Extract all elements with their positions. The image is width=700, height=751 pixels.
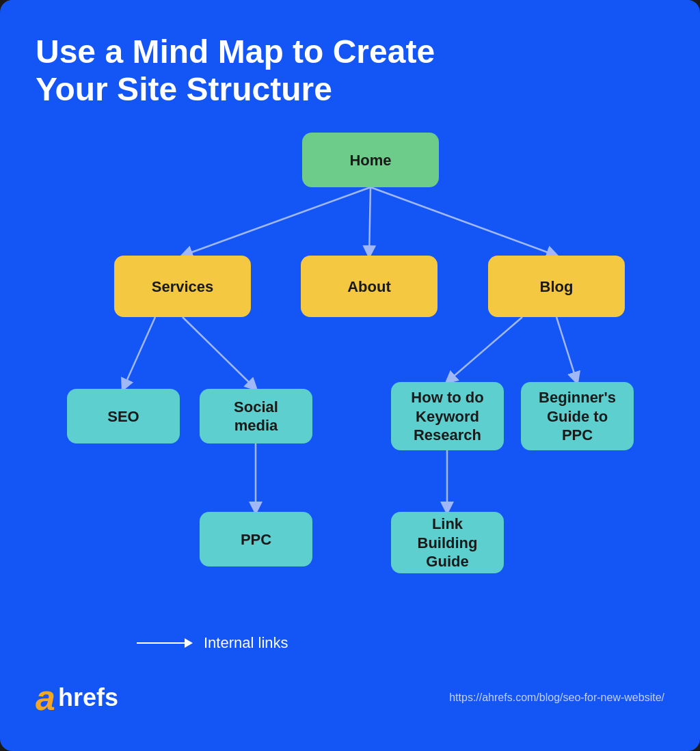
node-keyword-research: How to doKeywordResearch bbox=[391, 382, 504, 450]
node-social-media-label: Social media bbox=[211, 398, 301, 435]
footer: a hrefs https://ahrefs.com/blog/seo-for-… bbox=[36, 680, 664, 715]
node-link-building: Link BuildingGuide bbox=[391, 512, 504, 573]
internal-links-label: Internal links bbox=[204, 634, 288, 652]
svg-line-0 bbox=[183, 187, 371, 256]
node-blog-label: Blog bbox=[540, 277, 574, 297]
node-ppc: PPC bbox=[200, 512, 312, 566]
arrow-icon bbox=[137, 638, 193, 648]
connector-lines bbox=[36, 133, 664, 625]
card: Use a Mind Map to CreateYour Site Struct… bbox=[0, 0, 700, 751]
node-keyword-research-label: How to doKeywordResearch bbox=[411, 388, 483, 445]
ahrefs-logo-text: hrefs bbox=[58, 685, 118, 710]
ahrefs-logo-a: a bbox=[36, 680, 55, 715]
node-services-label: Services bbox=[152, 277, 214, 297]
page-title: Use a Mind Map to CreateYour Site Struct… bbox=[36, 33, 514, 108]
svg-line-1 bbox=[369, 187, 371, 256]
node-ppc-label: PPC bbox=[241, 530, 271, 549]
node-seo: SEO bbox=[67, 389, 180, 443]
node-about: About bbox=[301, 256, 438, 317]
mindmap: Home Services About Blog SEO Social medi… bbox=[36, 133, 664, 625]
node-home: Home bbox=[302, 133, 439, 187]
node-social-media: Social media bbox=[200, 389, 312, 443]
node-services: Services bbox=[114, 256, 251, 317]
node-seo-label: SEO bbox=[107, 407, 139, 426]
node-ppc-guide-label: Beginner'sGuide to PPC bbox=[532, 388, 623, 445]
svg-line-6 bbox=[447, 317, 522, 382]
node-link-building-label: Link BuildingGuide bbox=[402, 515, 493, 571]
ahrefs-logo: a hrefs bbox=[36, 680, 118, 715]
ahrefs-url: https://ahrefs.com/blog/seo-for-new-webs… bbox=[449, 692, 664, 704]
node-ppc-guide: Beginner'sGuide to PPC bbox=[521, 382, 634, 450]
svg-line-4 bbox=[183, 317, 256, 389]
internal-links-legend: Internal links bbox=[137, 634, 288, 652]
svg-line-2 bbox=[371, 187, 556, 256]
node-blog: Blog bbox=[488, 256, 625, 317]
node-about-label: About bbox=[347, 277, 391, 297]
svg-line-7 bbox=[556, 317, 577, 382]
node-home-label: Home bbox=[349, 151, 391, 170]
svg-line-3 bbox=[123, 317, 155, 389]
